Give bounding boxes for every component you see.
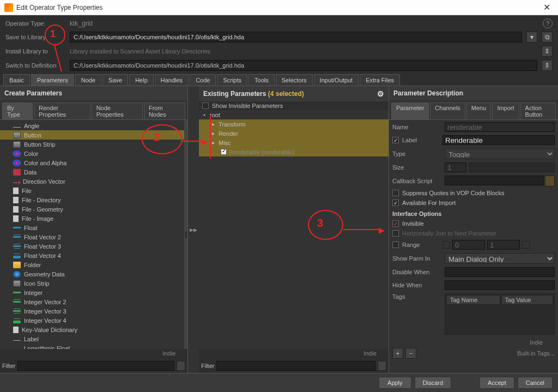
tab-save[interactable]: Save xyxy=(102,74,128,86)
type-item-float-vector-3[interactable]: Float Vector 3 xyxy=(0,242,184,251)
folder-render[interactable]: ▸Render xyxy=(199,129,389,138)
switch-dropdown-button[interactable]: ⇕ xyxy=(542,60,553,71)
callback-lang-button[interactable] xyxy=(545,176,555,186)
subtab-nodeproperties[interactable]: Node Properties xyxy=(92,102,143,119)
type-item-float-vector-4[interactable]: Float Vector 4 xyxy=(0,251,184,260)
builtin-tags-button[interactable]: Built-in Tags... xyxy=(517,350,555,357)
type-item-color[interactable]: Color xyxy=(0,149,184,158)
show-invisible-checkbox[interactable] xyxy=(202,102,209,109)
suppress-checkbox[interactable] xyxy=(392,190,399,196)
apply-button[interactable]: Apply xyxy=(379,377,411,389)
type-select: Toggle xyxy=(445,148,555,159)
close-icon[interactable]: ✕ xyxy=(540,2,554,13)
subtab-menu[interactable]: Menu xyxy=(466,102,492,119)
move-right-icon[interactable]: ▸▸ xyxy=(190,225,197,234)
tab-selectors[interactable]: Selectors xyxy=(276,74,313,86)
renderable-param[interactable]: Renderable (renderable) xyxy=(229,149,294,155)
type-tree[interactable]: AngleButtonButton StripColorColor and Al… xyxy=(0,120,184,349)
callback-input[interactable] xyxy=(445,176,544,185)
save-library-path[interactable]: C:/Users/ktkkumamoto/Documents/houdini17… xyxy=(70,32,522,43)
tab-inputoutput[interactable]: Input/Output xyxy=(314,74,359,86)
titlebar: Edit Operator Type Properties ✕ xyxy=(0,0,558,15)
type-item-folder[interactable]: Folder xyxy=(0,260,184,269)
subtab-parameter[interactable]: Parameter xyxy=(391,102,429,119)
cancel-button[interactable]: Cancel xyxy=(518,377,553,389)
subtab-renderproperties[interactable]: Render Properties xyxy=(34,102,90,119)
label-input[interactable] xyxy=(442,135,555,145)
tab-basic[interactable]: Basic xyxy=(3,74,30,86)
type-item-file[interactable]: File xyxy=(0,186,184,195)
subtab-actionbutton[interactable]: Action Button xyxy=(520,102,556,119)
type-item-integer[interactable]: Integer xyxy=(0,288,184,297)
folder-misc[interactable]: ▸Misc xyxy=(199,138,389,147)
root-node[interactable]: root xyxy=(210,112,220,118)
type-item-float-vector-2[interactable]: Float Vector 2 xyxy=(0,232,184,242)
filter-dropdown[interactable] xyxy=(378,361,386,371)
tab-extrafiles[interactable]: Extra Files xyxy=(360,74,400,86)
type-item-file---geometry[interactable]: File - Geometry xyxy=(0,204,184,214)
type-item-geometry-data[interactable]: Geometry Data xyxy=(0,269,184,279)
operator-type-value: ktk_grid xyxy=(70,20,93,27)
folder-transform[interactable]: ▸Transform xyxy=(199,119,389,129)
type-item-icon-strip[interactable]: Icon Strip xyxy=(0,279,184,288)
tag-add-button[interactable]: + xyxy=(392,348,403,359)
type-item-integer-vector-4[interactable]: Integer Vector 4 xyxy=(0,316,184,325)
type-item-integer-vector-2[interactable]: Integer Vector 2 xyxy=(0,297,184,306)
tags-table[interactable]: Tag NameTag Value xyxy=(445,293,555,335)
type-item-direction-vector[interactable]: Direction Vector xyxy=(0,177,184,186)
discard-button[interactable]: Discard xyxy=(415,377,451,389)
invisible-label: Invisible xyxy=(402,220,424,227)
save-browse-button[interactable]: ⧉ xyxy=(542,32,553,43)
type-item-file---directory[interactable]: File - Directory xyxy=(0,195,184,204)
collapse-icon[interactable]: ▪ xyxy=(201,112,208,118)
tag-remove-button[interactable]: − xyxy=(405,348,416,359)
help-icon[interactable]: ? xyxy=(543,19,553,28)
existing-tree[interactable]: ▪ root ▸Transform▸Render▸Misc Renderable… xyxy=(199,110,389,349)
save-dropdown-button[interactable]: ▾ xyxy=(526,32,537,43)
filter-dropdown[interactable] xyxy=(177,361,185,371)
existing-parameters-header: Existing Parameters (4 selected) ⚙ xyxy=(199,86,389,101)
tab-parameters[interactable]: Parameters xyxy=(31,74,74,86)
type-item-button-strip[interactable]: Button Strip xyxy=(0,140,184,149)
filter-input[interactable] xyxy=(17,361,174,371)
expand-icon[interactable]: ▸ xyxy=(210,130,216,136)
type-icon xyxy=(13,340,21,341)
hide-when-input[interactable] xyxy=(445,280,555,290)
type-item-button[interactable]: Button xyxy=(0,130,184,140)
label-checkbox[interactable] xyxy=(392,137,399,143)
type-item-data[interactable]: Data xyxy=(0,167,184,177)
type-item-integer-vector-3[interactable]: Integer Vector 3 xyxy=(0,306,184,316)
invisible-checkbox[interactable] xyxy=(392,220,399,227)
show-parm-select[interactable]: Main Dialog Only xyxy=(445,253,555,264)
type-item-key-value-dictionary[interactable]: Key-Value Dictionary xyxy=(0,325,184,334)
type-item-angle[interactable]: Angle xyxy=(0,121,184,130)
tab-help[interactable]: Help xyxy=(129,74,154,86)
tab-tools[interactable]: Tools xyxy=(248,74,275,86)
accept-button[interactable]: Accept xyxy=(480,377,514,389)
filter-input[interactable] xyxy=(216,361,375,371)
type-item-logarithmic-float[interactable]: Logarithmic Float xyxy=(0,343,184,349)
type-item-color-and-alpha[interactable]: Color and Alpha xyxy=(0,158,184,167)
grip-handle[interactable] xyxy=(184,120,187,349)
disable-when-input[interactable] xyxy=(445,267,555,277)
type-item-file---image[interactable]: File - Image xyxy=(0,214,184,223)
expand-icon[interactable]: ▸ xyxy=(210,121,216,127)
subtab-fromnodes[interactable]: From Nodes xyxy=(144,102,185,119)
gear-icon[interactable]: ⚙ xyxy=(377,89,384,98)
type-icon xyxy=(13,301,21,303)
subtab-bytype[interactable]: By Type xyxy=(2,102,33,119)
expand-icon[interactable]: ▸ xyxy=(210,140,216,146)
main-tabs: BasicParametersNodeSaveHelpHandlesCodeSc… xyxy=(0,74,558,86)
tab-node[interactable]: Node xyxy=(75,74,101,86)
subtab-channels[interactable]: Channels xyxy=(430,102,465,119)
tab-code[interactable]: Code xyxy=(190,74,216,86)
type-item-float[interactable]: Float xyxy=(0,223,184,232)
subtab-import[interactable]: Import xyxy=(492,102,519,119)
available-checkbox[interactable] xyxy=(392,200,399,206)
tab-handles[interactable]: Handles xyxy=(155,74,189,86)
tab-scripts[interactable]: Scripts xyxy=(217,74,247,86)
install-dropdown-button[interactable]: ⇕ xyxy=(542,46,553,57)
type-icon xyxy=(13,262,21,268)
type-icon xyxy=(13,188,19,194)
type-item-label[interactable]: Label xyxy=(0,334,184,343)
